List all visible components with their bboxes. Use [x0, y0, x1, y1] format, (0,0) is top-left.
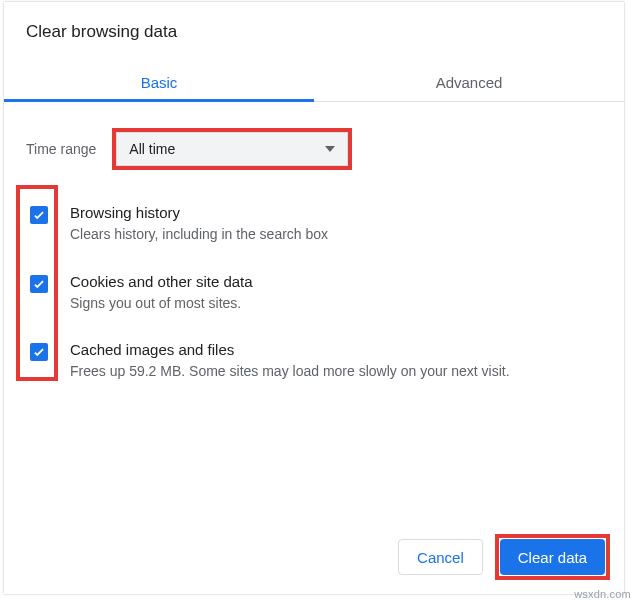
- checkbox-browsing-history[interactable]: [30, 206, 48, 224]
- button-label: Clear data: [518, 549, 587, 566]
- option-desc: Frees up 59.2 MB. Some sites may load mo…: [70, 362, 602, 382]
- option-title: Cached images and files: [70, 341, 602, 358]
- tab-label: Basic: [141, 74, 178, 91]
- highlight-box: All time: [112, 128, 352, 170]
- clear-browsing-data-dialog: Clear browsing data Basic Advanced Time …: [4, 2, 624, 594]
- checkbox-cookies[interactable]: [30, 275, 48, 293]
- option-row: Cached images and files Frees up 59.2 MB…: [26, 341, 602, 382]
- option-title: Browsing history: [70, 204, 602, 221]
- dialog-content: Time range All time Browsing history Cle…: [4, 102, 624, 382]
- option-desc: Clears history, including in the search …: [70, 225, 602, 245]
- watermark: wsxdn.com: [574, 588, 631, 600]
- checkbox-cached[interactable]: [30, 343, 48, 361]
- button-label: Cancel: [417, 549, 464, 566]
- time-range-row: Time range All time: [26, 128, 602, 170]
- tab-advanced[interactable]: Advanced: [314, 64, 624, 101]
- check-icon: [32, 277, 46, 291]
- dialog-title: Clear browsing data: [4, 2, 624, 42]
- cancel-button[interactable]: Cancel: [398, 539, 483, 575]
- option-desc: Signs you out of most sites.: [70, 294, 602, 314]
- option-title: Cookies and other site data: [70, 273, 602, 290]
- options-list: Browsing history Clears history, includi…: [26, 204, 602, 382]
- chevron-down-icon: [325, 146, 335, 152]
- check-icon: [32, 208, 46, 222]
- time-range-value: All time: [129, 141, 175, 157]
- dialog-footer: Cancel Clear data: [398, 534, 610, 580]
- check-icon: [32, 345, 46, 359]
- clear-data-button[interactable]: Clear data: [500, 539, 605, 575]
- time-range-select[interactable]: All time: [116, 132, 348, 166]
- tab-label: Advanced: [436, 74, 503, 91]
- option-row: Browsing history Clears history, includi…: [26, 204, 602, 245]
- highlight-box: Clear data: [495, 534, 610, 580]
- tabs: Basic Advanced: [4, 64, 624, 102]
- option-row: Cookies and other site data Signs you ou…: [26, 273, 602, 314]
- tab-basic[interactable]: Basic: [4, 64, 314, 101]
- time-range-label: Time range: [26, 141, 96, 157]
